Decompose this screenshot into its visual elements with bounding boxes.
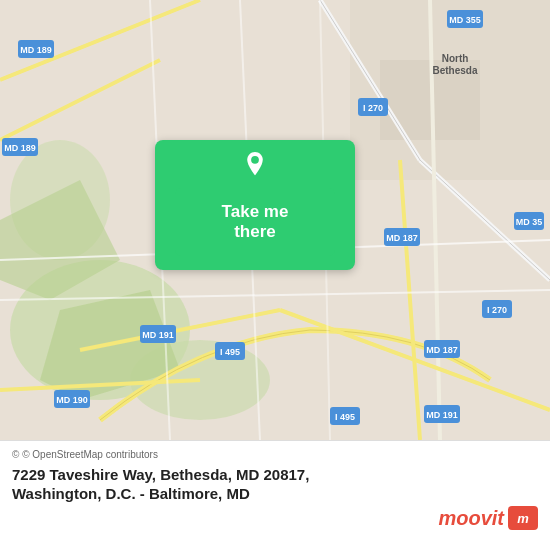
moovit-logo: moovit m [438,506,538,530]
svg-text:MD 187: MD 187 [426,345,458,355]
svg-text:I 270: I 270 [487,305,507,315]
address-line: 7229 Taveshire Way, Bethesda, MD 20817, [12,466,538,483]
svg-text:Bethesda: Bethesda [432,65,477,76]
svg-text:MD 187: MD 187 [386,233,418,243]
svg-text:MD 189: MD 189 [4,143,36,153]
svg-text:MD 35: MD 35 [516,217,543,227]
svg-point-52 [251,156,259,164]
info-bar: © © OpenStreetMap contributors 7229 Tave… [0,440,550,550]
button-overlay: Take me there [155,140,355,270]
svg-text:MD 191: MD 191 [426,410,458,420]
attribution-text: © OpenStreetMap contributors [22,449,158,460]
take-me-there-button[interactable]: Take me there [175,188,335,256]
city-line: Washington, D.C. - Baltimore, MD [12,485,538,502]
green-box: Take me there [155,140,355,270]
svg-text:North: North [442,53,469,64]
svg-text:MD 191: MD 191 [142,330,174,340]
svg-text:MD 189: MD 189 [20,45,52,55]
svg-text:MD 355: MD 355 [449,15,481,25]
svg-text:I 495: I 495 [220,347,240,357]
location-pin-icon [241,152,269,180]
svg-text:I 495: I 495 [335,412,355,422]
moovit-brand-text: moovit [438,507,504,530]
moovit-icon: m [508,506,538,530]
openstreetmap-credit: © © OpenStreetMap contributors [12,449,538,460]
svg-text:m: m [517,511,529,526]
copyright-symbol: © [12,449,19,460]
svg-text:MD 190: MD 190 [56,395,88,405]
svg-text:I 270: I 270 [363,103,383,113]
map-container: MD 189 MD 189 MD 355 I 270 I 270 MD 187 … [0,0,550,440]
